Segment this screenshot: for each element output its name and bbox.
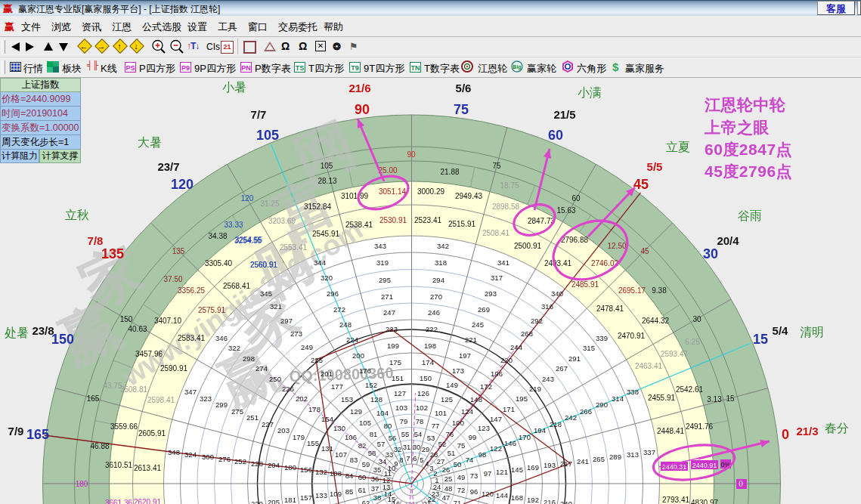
svg-text:201: 201 — [321, 369, 333, 378]
svg-text:293: 293 — [485, 289, 497, 298]
svg-text:97: 97 — [484, 469, 492, 478]
svg-text:12.50: 12.50 — [607, 242, 626, 250]
svg-text:Big: Big — [513, 64, 521, 70]
svg-text:222: 222 — [426, 325, 438, 333]
svg-text:春分: 春分 — [825, 422, 849, 434]
svg-text:2515.91: 2515.91 — [448, 220, 476, 228]
svg-text:108: 108 — [330, 469, 342, 478]
svg-text:226: 226 — [282, 385, 294, 393]
svg-text:135: 135 — [172, 247, 185, 255]
svg-text:3610.51: 3610.51 — [105, 461, 133, 469]
svg-text:2530.91: 2530.91 — [379, 216, 407, 224]
svg-text:2470.91: 2470.91 — [618, 332, 646, 340]
svg-text:34.38: 34.38 — [208, 232, 227, 240]
svg-text:2440.31: 2440.31 — [662, 463, 687, 471]
svg-text:5: 5 — [420, 456, 423, 464]
svg-text:252: 252 — [234, 457, 246, 465]
svg-text:173: 173 — [452, 366, 464, 375]
svg-text:2523.41: 2523.41 — [414, 216, 442, 224]
svg-text:2493.41: 2493.41 — [544, 259, 572, 267]
svg-text:52: 52 — [438, 440, 447, 448]
svg-text:2613.41: 2613.41 — [134, 464, 162, 472]
svg-text:340: 340 — [551, 289, 563, 298]
svg-text:90: 90 — [407, 150, 416, 159]
svg-text:34: 34 — [379, 457, 387, 465]
svg-text:37.50: 37.50 — [163, 275, 182, 283]
svg-text:101: 101 — [435, 409, 447, 417]
svg-text:2440.91: 2440.91 — [692, 462, 717, 469]
svg-text:298: 298 — [243, 354, 255, 363]
svg-text:2583.41: 2583.41 — [178, 334, 206, 342]
svg-text:175: 175 — [389, 358, 401, 366]
svg-text:3356.25: 3356.25 — [178, 286, 206, 295]
svg-text:8: 8 — [399, 456, 403, 464]
svg-text:317: 317 — [491, 274, 503, 282]
svg-text:2796.88: 2796.88 — [561, 236, 589, 244]
svg-text:28: 28 — [430, 450, 438, 459]
svg-text:小暑: 小暑 — [222, 81, 246, 94]
svg-text:125: 125 — [441, 395, 453, 404]
svg-text:345: 345 — [260, 289, 272, 298]
svg-text:3508.81: 3508.81 — [120, 385, 148, 394]
svg-text:145: 145 — [511, 465, 523, 474]
svg-text:3101.99: 3101.99 — [341, 192, 369, 200]
svg-text:105: 105 — [256, 128, 279, 143]
svg-text:337: 337 — [643, 448, 655, 456]
svg-text:154: 154 — [321, 415, 333, 423]
svg-text:227: 227 — [262, 420, 274, 428]
svg-text:80: 80 — [384, 422, 392, 430]
svg-text:21.88: 21.88 — [440, 168, 459, 176]
svg-text:203: 203 — [277, 426, 290, 434]
svg-text:82: 82 — [358, 441, 367, 450]
svg-text:199: 199 — [387, 342, 399, 350]
svg-text:83: 83 — [350, 456, 358, 464]
svg-text:242: 242 — [565, 413, 577, 422]
svg-text:45度2796点: 45度2796点 — [705, 162, 792, 181]
svg-text:165: 165 — [87, 394, 100, 403]
svg-text:3407.10: 3407.10 — [154, 317, 182, 325]
svg-text:131: 131 — [321, 444, 333, 453]
svg-text:181: 181 — [284, 496, 296, 504]
svg-text:291: 291 — [568, 354, 581, 363]
svg-text:74: 74 — [466, 456, 474, 464]
svg-text:248: 248 — [339, 320, 352, 329]
svg-text:6: 6 — [413, 454, 417, 462]
svg-text:106: 106 — [345, 433, 357, 441]
svg-text:316: 316 — [541, 302, 553, 311]
svg-text:85: 85 — [345, 487, 354, 496]
svg-text:217: 217 — [560, 459, 572, 468]
svg-text:2: 2 — [433, 469, 437, 478]
svg-text:321: 321 — [270, 302, 282, 311]
svg-text:18.75: 18.75 — [500, 181, 519, 190]
svg-text:7: 7 — [406, 454, 410, 462]
svg-text:31: 31 — [403, 443, 411, 451]
svg-text:61: 61 — [358, 486, 367, 494]
svg-text:144: 144 — [496, 491, 508, 499]
svg-text:342: 342 — [437, 242, 449, 250]
svg-text:50: 50 — [454, 460, 462, 468]
svg-text:156: 156 — [300, 465, 312, 474]
svg-text:220: 220 — [500, 356, 513, 364]
svg-text:146: 146 — [504, 439, 516, 447]
svg-text:300: 300 — [202, 453, 214, 461]
svg-text:200: 200 — [352, 351, 364, 360]
svg-text:246: 246 — [428, 308, 440, 317]
svg-text:清明: 清明 — [800, 326, 824, 339]
svg-text:174: 174 — [422, 358, 434, 366]
svg-text:153: 153 — [341, 395, 353, 404]
svg-text:338: 338 — [627, 388, 639, 396]
svg-text:45: 45 — [633, 177, 649, 192]
svg-text:2508.41: 2508.41 — [482, 229, 510, 237]
svg-text:21/3: 21/3 — [796, 425, 818, 438]
svg-text:157: 157 — [300, 493, 312, 502]
svg-text:73: 73 — [470, 472, 479, 480]
svg-text:上帝之眼: 上帝之眼 — [704, 119, 770, 136]
svg-text:193: 193 — [544, 461, 556, 469]
svg-text:75: 75 — [454, 102, 469, 117]
svg-text:31.25: 31.25 — [260, 199, 279, 208]
svg-text:小满: 小满 — [578, 86, 602, 99]
svg-text:180: 180 — [284, 463, 296, 472]
svg-text:2463.41: 2463.41 — [635, 362, 663, 370]
svg-text:120: 120 — [241, 194, 254, 203]
svg-text:243: 243 — [542, 375, 554, 383]
